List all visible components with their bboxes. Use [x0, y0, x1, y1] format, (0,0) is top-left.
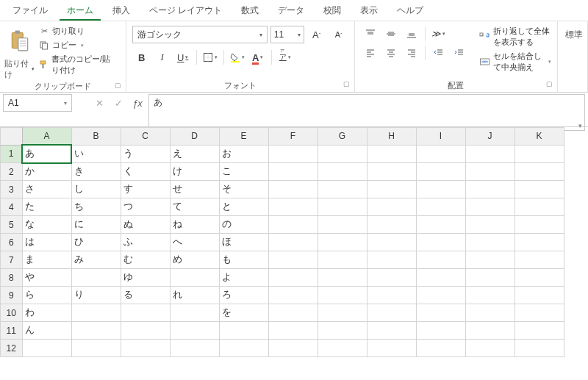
cell[interactable]: ま: [22, 251, 71, 269]
cell[interactable]: む: [121, 251, 170, 269]
cell[interactable]: [416, 340, 465, 357]
cell[interactable]: [318, 287, 367, 304]
cell[interactable]: [121, 340, 170, 357]
font-name-select[interactable]: 游ゴシック▾: [132, 26, 268, 43]
cell[interactable]: お: [219, 145, 268, 163]
cell[interactable]: ぬ: [121, 216, 170, 234]
cut-button[interactable]: ✂切り取り: [39, 26, 118, 37]
cell[interactable]: [367, 340, 416, 357]
cell[interactable]: [514, 234, 564, 251]
clipboard-dialog-launcher[interactable]: ▢: [115, 82, 121, 89]
cell[interactable]: け: [170, 163, 219, 181]
cell[interactable]: [170, 322, 219, 340]
row-header[interactable]: 9: [1, 287, 23, 304]
cell[interactable]: [170, 340, 219, 357]
cell[interactable]: [268, 181, 318, 198]
cell[interactable]: り: [71, 287, 121, 304]
cell[interactable]: [318, 181, 367, 198]
cell[interactable]: そ: [219, 181, 268, 198]
cell[interactable]: [268, 216, 318, 234]
cell[interactable]: [268, 340, 318, 357]
cell[interactable]: に: [71, 216, 121, 234]
cell[interactable]: [318, 216, 367, 234]
cell[interactable]: [416, 251, 465, 269]
cell[interactable]: [268, 163, 318, 181]
row-header[interactable]: 5: [1, 216, 23, 234]
tab-2[interactable]: 挿入: [105, 1, 137, 21]
cell[interactable]: [465, 322, 514, 340]
tab-4[interactable]: 数式: [234, 1, 266, 21]
cell[interactable]: [416, 287, 465, 304]
cell[interactable]: [22, 340, 71, 357]
column-header[interactable]: I: [416, 128, 465, 146]
cell[interactable]: [121, 304, 170, 322]
row-header[interactable]: 1: [1, 145, 23, 163]
cancel-edit-button[interactable]: ✕: [90, 95, 109, 111]
cell[interactable]: [514, 216, 564, 234]
row-header[interactable]: 3: [1, 181, 23, 198]
cell[interactable]: [121, 322, 170, 340]
orientation-button[interactable]: ≫▾: [429, 26, 448, 42]
cell[interactable]: [268, 269, 318, 287]
column-header[interactable]: K: [514, 128, 564, 146]
cell[interactable]: [71, 340, 121, 357]
cell[interactable]: は: [22, 234, 71, 251]
cell[interactable]: の: [219, 216, 268, 234]
cell[interactable]: [416, 163, 465, 181]
confirm-edit-button[interactable]: ✓: [109, 95, 128, 111]
cell[interactable]: や: [22, 269, 71, 287]
row-header[interactable]: 7: [1, 251, 23, 269]
align-center-button[interactable]: [381, 45, 401, 61]
column-header[interactable]: B: [71, 128, 121, 146]
align-left-button[interactable]: [361, 45, 380, 61]
cell[interactable]: い: [71, 145, 121, 163]
paste-button[interactable]: [7, 24, 32, 58]
cell[interactable]: [367, 234, 416, 251]
cell[interactable]: [514, 304, 564, 322]
cell[interactable]: も: [219, 251, 268, 269]
cell[interactable]: と: [219, 198, 268, 216]
cell[interactable]: し: [71, 181, 121, 198]
phonetic-button[interactable]: アア▾: [276, 49, 295, 65]
cell[interactable]: ね: [170, 216, 219, 234]
cell[interactable]: [318, 145, 367, 163]
paste-label[interactable]: 貼り付け▾: [4, 58, 35, 80]
cell[interactable]: [514, 287, 564, 304]
cell[interactable]: [416, 322, 465, 340]
font-size-select[interactable]: 11▾: [270, 26, 304, 43]
font-dialog-launcher[interactable]: ▢: [343, 80, 350, 87]
cell[interactable]: [367, 163, 416, 181]
cell[interactable]: [367, 181, 416, 198]
cell[interactable]: を: [219, 304, 268, 322]
cell[interactable]: き: [71, 163, 121, 181]
cell[interactable]: れ: [170, 287, 219, 304]
cell[interactable]: [465, 287, 514, 304]
cell[interactable]: [465, 198, 514, 216]
align-right-button[interactable]: [402, 45, 421, 61]
cell[interactable]: [268, 322, 318, 340]
cell[interactable]: [268, 198, 318, 216]
borders-button[interactable]: ▾: [201, 49, 220, 65]
underline-button[interactable]: U▾: [173, 49, 193, 65]
cell[interactable]: [268, 234, 318, 251]
cell[interactable]: [465, 269, 514, 287]
cell[interactable]: つ: [121, 198, 170, 216]
cell[interactable]: て: [170, 198, 219, 216]
row-header[interactable]: 4: [1, 198, 23, 216]
cell[interactable]: [318, 304, 367, 322]
alignment-dialog-launcher[interactable]: ▢: [546, 80, 553, 87]
cell[interactable]: ら: [22, 287, 71, 304]
cell[interactable]: [465, 163, 514, 181]
column-header[interactable]: D: [170, 128, 219, 146]
cell[interactable]: [416, 216, 465, 234]
cell[interactable]: [514, 269, 564, 287]
cell[interactable]: [465, 251, 514, 269]
tab-8[interactable]: ヘルプ: [390, 1, 431, 21]
shrink-font-button[interactable]: Aˇ: [329, 26, 348, 43]
column-header[interactable]: F: [268, 128, 318, 146]
cell[interactable]: [71, 269, 121, 287]
cell[interactable]: [465, 304, 514, 322]
fill-color-button[interactable]: ▾: [228, 49, 247, 65]
tab-0[interactable]: ファイル: [5, 1, 55, 21]
column-header[interactable]: A: [22, 128, 71, 146]
